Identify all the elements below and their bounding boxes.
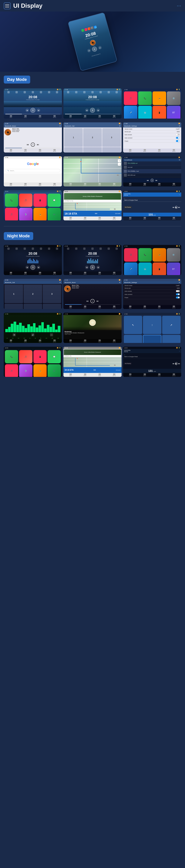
day-app-grid-screen: 17:49 📶🔋 🎵 📞 📻 ⚙️ ✈️ 🗺️ 📱 BT 🌐 📷 📡 💬: [123, 88, 181, 119]
tablet-screen: 20:08 A winding dance of wonder ⏮ ⏸ ⏭ DI…: [68, 12, 117, 71]
header-left: UI Display: [4, 2, 43, 9]
go-button-night[interactable]: GO: [89, 368, 100, 372]
page-header: UI Display ⋯: [0, 0, 185, 11]
menu-dots-icon[interactable]: ⋯: [177, 3, 181, 8]
day-screenshots-row3: 17:46 📶 Google 🔍 Search... DIAL APPL NAV…: [0, 156, 185, 190]
day-social-music-screen: 17:46 📶 SocialMusic ✕ 华东_抖音精选.mp3 xxxx.m…: [123, 156, 181, 186]
night-restaurant-screen: 18:35 📶 Sunny Coffee Modern Restaurant 1…: [63, 347, 122, 377]
day-map-screen: 17:46 📶 📍 🏁 + −: [63, 156, 122, 186]
prev-btn[interactable]: ⏮: [87, 49, 91, 53]
day-google-screen: 17:46 📶 Google 🔍 Search... DIAL APPL NAV…: [4, 156, 62, 186]
night-bt-settings-screen: 17:49 📶 Bluetooth_Settings ✕ Device name…: [123, 279, 181, 309]
night-screenshots-row4: 18:44 📶🔋 📞 🎵 📱 💬 🎵 🎙️ 📻 🎶 DIAL: [0, 347, 185, 381]
hero-section: 20:08 A winding dance of wonder ⏮ ⏸ ⏭ DI…: [0, 11, 185, 72]
nav-bar: DIAL APPL NAVI APTS: [4, 115, 62, 119]
night-mode-section: Night Mode: [0, 228, 185, 245]
night-food-screen: 17:46 📶 Restaurant Sunny Coffee Modern R…: [63, 313, 122, 343]
day-screenshots-row4: 18:44 📶🔋 📞 🎵 📱 💬 🎵 🎙️ 📻 🎶: [0, 190, 185, 224]
night-bt-music-screen: 17:49 📶 Bluetooth_Music ✕ Music Title Mu…: [63, 279, 122, 309]
app-icon-4[interactable]: 📱: [153, 106, 166, 119]
progress-bar: [96, 53, 96, 53]
day-mode-badge: Day Mode: [4, 75, 30, 84]
night-app-grid-screen: 17:49 📶🔋 🎵 📞 📻 ⚙️ ✈️ 🗺️ 📱 BT 🌐 📷 📡 💬: [123, 245, 181, 275]
night-turn-screen: 18:44 📶🔋 10:19 ETA 9.0 mi → ↑ Start on D…: [123, 347, 181, 377]
night-screenshots-row2: 17:49 📶 Bluetooth_Call ✕ 1 2 3 4 5 6 7 8…: [0, 279, 185, 313]
app-icon-radio[interactable]: 📻: [153, 91, 166, 105]
google-logo: Google: [4, 160, 62, 168]
app-icon-phone[interactable]: 📞: [138, 91, 152, 105]
app-icon-waze[interactable]: 🗺️: [138, 106, 152, 119]
day-bt-settings-screen: 17:49 📶 Bluetooth_Settings ✕ Device name…: [123, 122, 181, 153]
next-btn[interactable]: ⏭: [98, 45, 102, 50]
day-app-icons-screen: 18:44 📶🔋 📞 🎵 📱 💬 🎵 🎙️ 📻 🎶: [4, 190, 62, 220]
night-eq-screen: 17:46 📶🔋: [4, 313, 62, 343]
day-bt-call-screen: 17:49 📶 Bluetooth_Call ✕ 1 2 3 4 5 6 7 8…: [63, 122, 122, 153]
day-mode-section: Day Mode: [0, 72, 185, 88]
night-app-icons-screen: 18:44 📶🔋 📞 🎵 📱 💬 🎵 🎙️ 📻 🎶 DIAL: [4, 347, 62, 377]
night-music-screen-2: 17:49 📶🔋 20:08 A winding dance of wonder: [63, 245, 122, 275]
pause-btn[interactable]: ⏸: [91, 46, 98, 52]
eq-display: [4, 321, 61, 333]
hero-tablet: 20:08 A winding dance of wonder ⏮ ⏸ ⏭ DI…: [68, 12, 117, 71]
apps-grid: 🎵 📞 📻 ⚙️ ✈️ 🗺️ 📱 BT 🌐 📷 📡 💬: [123, 91, 181, 119]
app-icon-bt[interactable]: BT: [167, 106, 181, 119]
day-turn-screen: 18:44 📶🔋 10:19 ETA 9.0 mi → ↑ Start on D…: [123, 190, 181, 220]
section-divider: [4, 226, 181, 226]
go-button[interactable]: GO: [90, 212, 102, 215]
day-music-screen-1: 17:49 📶🔋 20:08 A winding dance of wonder: [4, 88, 62, 119]
app-icon-settings[interactable]: ⚙️: [167, 91, 181, 105]
bottom-spacer: [0, 381, 185, 388]
hamburger-icon[interactable]: [4, 2, 10, 9]
day-screenshots-row2: 17:49 📶 Bluetooth_Music ✕ Music Title Mu…: [0, 122, 185, 156]
status-bar: 17:49 📶🔋: [4, 88, 62, 91]
app-icon-music[interactable]: 🎵: [124, 91, 137, 105]
night-screenshots-row3: 17:46 📶🔋: [0, 313, 185, 347]
day-restaurant-screen: 18:35 📶 Sunny Coffee Modern Restaurant 1…: [63, 190, 122, 220]
night-bt-call-screen: 17:49 📶 Bluetooth_Call ✕ 1 2 3 4 5 6 7 8…: [4, 279, 62, 309]
night-music-screen-1: 17:49 📶🔋 20:08 A winding dance of wonder: [4, 245, 62, 275]
app-icon-telegram[interactable]: ✈️: [124, 106, 137, 119]
day-screenshots-row1: 17:49 📶🔋 20:08 A winding dance of wonder: [0, 88, 185, 122]
day-bt-music-screen: 17:49 📶 Bluetooth_Music ✕ Music Title Mu…: [4, 122, 62, 153]
google-search-bar[interactable]: 🔍 Search...: [5, 169, 60, 172]
night-arrow-nav-screen: 17:46 📶🔋 ↖ ↑ ↗ ← OK → ↙ ↓ ↘ DIAL: [123, 313, 181, 343]
day-music-screen-2: 17:49 📶🔋 20:08 A winding dance of wonder…: [63, 88, 122, 119]
night-screenshots-row1: 17:49 📶🔋 20:08 A winding dance of wonder: [0, 245, 185, 279]
page-title: UI Display: [13, 2, 43, 9]
night-mode-badge: Night Mode: [4, 232, 33, 240]
